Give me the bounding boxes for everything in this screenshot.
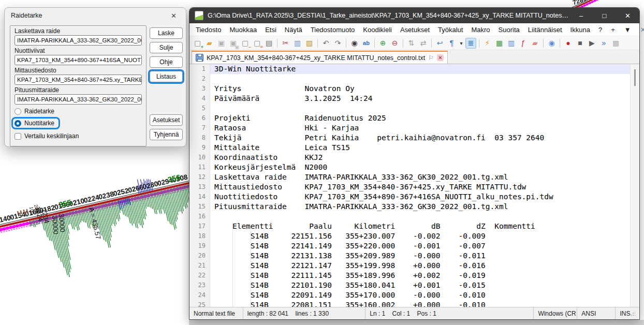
paste-icon[interactable]: ▧: [304, 38, 315, 49]
pituusmittaraide-combo[interactable]: IMATRA-PARIKKALA_333-362_GK30_2022_001.t…: [14, 94, 142, 105]
folder-as-workspace-icon[interactable]: ▰: [530, 38, 540, 49]
mittaustiedosto-combo[interactable]: KPA7_1703_KM_354+840-367+425.xy_TARKE M …: [14, 75, 142, 85]
editor-line[interactable]: 13D-Win Nuottitarke: [189, 64, 639, 74]
new-file-icon[interactable]: ▢+: [192, 38, 203, 49]
menu-etsi[interactable]: Etsi: [261, 25, 281, 35]
listaus-button[interactable]: Listaus: [150, 71, 183, 82]
sync-horizontal-scroll-icon[interactable]: ⇄: [418, 38, 429, 49]
laskettava-raide-field[interactable]: IMATRA-PARIKKALA_333-362_GK30_2022_001.t…: [14, 35, 142, 46]
show-all-characters-icon[interactable]: ¶: [446, 38, 457, 49]
document-map-icon[interactable]: ▦: [494, 38, 505, 49]
editor-line[interactable]: 4Päivämäärä 3.1.2025 14:24: [189, 94, 639, 104]
zoom-in-icon[interactable]: ⊕: [377, 38, 388, 49]
editor-text-area[interactable]: 13D-Win Nuottitarke23Yritys Novatron Oy4…: [189, 64, 639, 307]
tab-active[interactable]: KPA7_1703_KM_354+840-367+425_xy_TARKE MI…: [192, 51, 448, 64]
menu-tiedostomuoto[interactable]: Tiedostomuoto: [306, 25, 359, 35]
undo-icon[interactable]: ↶: [320, 38, 331, 49]
editor-line[interactable]: 17 Elementti Paalu Kilometri dB dZ Komme…: [189, 221, 639, 231]
editor-line[interactable]: 20 S14B 22131.138 355+209.989 -0.000 -0.…: [189, 251, 639, 261]
asetukset-button[interactable]: Asetukset: [150, 114, 183, 126]
macro-play-icon[interactable]: ▶: [587, 38, 597, 49]
menu-ty-kalut[interactable]: Työkalut: [434, 25, 467, 35]
menu-tiedosto[interactable]: Tiedosto: [192, 25, 225, 35]
editor-line[interactable]: 6Projekti Raidenuotitus 2025: [189, 113, 639, 123]
redo-icon[interactable]: ↷: [332, 38, 343, 49]
status-insert-mode[interactable]: INS: [616, 307, 639, 319]
editor-line[interactable]: 21 S14B 22121.147 355+199.998 +0.000 -0.…: [189, 261, 639, 271]
nuottiviivat-combo[interactable]: KPA7_1703_KM_354+890-367+416SA_NUOTTI_ ∨: [14, 55, 142, 65]
window-close-button[interactable]: ✕: [616, 8, 639, 23]
show-indent-guide-icon[interactable]: ≣: [465, 38, 476, 49]
dialog-title-bar[interactable]: Raidetarke ✕: [5, 8, 186, 23]
find-icon[interactable]: ◉: [349, 38, 360, 49]
editor-line[interactable]: 5: [189, 104, 639, 113]
editor-line[interactable]: 8Tekijä Petri Kaihia petri.kaihia@novatr…: [189, 133, 639, 143]
sulje-button[interactable]: Sulje: [150, 42, 183, 53]
editor-line[interactable]: 13Mittaustiedosto KPA7_1703_KM_354+840-3…: [189, 182, 639, 192]
ohje-button[interactable]: Ohje: [150, 56, 183, 68]
macro-stop-icon[interactable]: ■: [575, 38, 586, 49]
menu-makro[interactable]: Makro: [467, 25, 494, 35]
checkbox-vertailu-keskilinjaan[interactable]: Vertailu keskilinjaan: [14, 132, 79, 140]
tyhjenna-button[interactable]: Tyhjennä: [150, 129, 183, 140]
sync-vertical-scroll-icon[interactable]: ⇅: [406, 38, 417, 49]
resize-grip[interactable]: [630, 311, 635, 316]
editor-line[interactable]: 24 S14B 22091.149 355+170.000 -0.000 -0.…: [189, 290, 639, 300]
plugin-execute-icon[interactable]: ⚡: [482, 38, 493, 49]
3dwin-graphics-canvas[interactable]: 0140015401680182019602100224023802520266…: [0, 150, 197, 325]
dialog-close-icon[interactable]: ✕: [168, 11, 180, 21]
document-list-icon[interactable]: ▥: [506, 38, 517, 49]
replace-icon[interactable]: ab: [361, 38, 372, 49]
window-maximize-button[interactable]: □: [593, 8, 616, 23]
editor-line[interactable]: 15Pituusmittaraide IMATRA-PARIKKALA_333-…: [189, 202, 639, 212]
menu-ikkuna[interactable]: Ikkuna: [566, 25, 594, 35]
tab-close-icon[interactable]: ✕: [437, 54, 444, 61]
macro-record-icon[interactable]: ●: [563, 38, 574, 49]
editor-line[interactable]: 3Yritys Novatron Oy: [189, 84, 639, 94]
scrollbar-thumb[interactable]: [634, 69, 636, 86]
editor-line[interactable]: 16: [189, 212, 639, 221]
pin-icon[interactable]: ⚐: [428, 54, 434, 62]
close-document-icon[interactable]: ✕: [636, 26, 644, 34]
save-file-icon[interactable]: ▣: [216, 38, 227, 49]
macro-save-icon[interactable]: ▩: [610, 38, 621, 49]
close-all-icon[interactable]: ▢=: [252, 38, 262, 49]
macro-run-multiple-icon[interactable]: »: [598, 38, 609, 49]
print-icon[interactable]: ▤: [264, 38, 274, 49]
radio-raidetarke[interactable]: Raidetarke: [14, 108, 54, 115]
open-file-icon[interactable]: ▰: [204, 38, 215, 49]
menu-asetukset[interactable]: Asetukset: [396, 25, 434, 35]
zoom-out-icon[interactable]: ⊖: [389, 38, 400, 49]
function-list-icon[interactable]: ƒ: [518, 38, 529, 49]
editor-line[interactable]: 11Korkeusjärjestelmä N2000: [189, 163, 639, 172]
editor-line[interactable]: 12Laskettava raide IMATRA-PARIKKALA_333-…: [189, 172, 639, 182]
editor-line[interactable]: 9Mittalaite Leica TS15: [189, 143, 639, 153]
save-all-icon[interactable]: ▣▣: [228, 38, 239, 49]
editor-line[interactable]: 19 S14B 22141.149 355+220.000 -0.001 -0.…: [189, 241, 639, 251]
word-wrap-icon[interactable]: ↩: [434, 38, 445, 49]
close-file-icon[interactable]: ▢−: [240, 38, 251, 49]
menu-muokkaa[interactable]: Muokkaa: [225, 25, 261, 35]
show-all-characters-dropdown-icon[interactable]: ▾: [458, 38, 464, 49]
editor-vertical-scrollbar[interactable]: [630, 64, 639, 307]
menu-liit-nn-iset[interactable]: Liitännäiset: [524, 25, 566, 35]
editor-line[interactable]: 25 S14B 22081.151 355+160.002 +0.000 -0.…: [189, 300, 639, 307]
menu-koodikieli[interactable]: Koodikieli: [359, 25, 396, 35]
window-minimize-button[interactable]: –: [569, 8, 593, 23]
status-encoding[interactable]: ANSI: [577, 307, 616, 319]
editor-line[interactable]: 14Nuottitiedosto KPA7_1703_KM_354+890-36…: [189, 192, 639, 202]
editor-line[interactable]: 18 S14B 22151.156 355+230.007 -0.002 -0.…: [189, 231, 639, 241]
menu-?[interactable]: ?: [594, 25, 606, 35]
editor-line[interactable]: 10Koordinaatisto KKJ2: [189, 153, 639, 163]
laske-button[interactable]: Laske: [150, 27, 183, 39]
tab-list-dropdown-icon[interactable]: ▼: [620, 26, 636, 34]
monitoring-icon[interactable]: ◉: [546, 38, 557, 49]
editor-line[interactable]: 23 S14B 22101.190 355+180.041 +0.001 -0.…: [189, 280, 639, 290]
copy-icon[interactable]: ▥: [292, 38, 303, 49]
editor-line[interactable]: 2: [189, 74, 639, 84]
radio-nuottitarke[interactable]: Nuottitarke: [13, 119, 58, 128]
menu-suorita[interactable]: Suorita: [494, 25, 524, 35]
menu-n-yt-[interactable]: Näytä: [281, 25, 306, 35]
cut-icon[interactable]: ✂: [280, 38, 291, 49]
title-bar[interactable]: G:\Oma Drive\1_RATA 2025\3_DESTIA\1_Tark…: [189, 8, 639, 23]
